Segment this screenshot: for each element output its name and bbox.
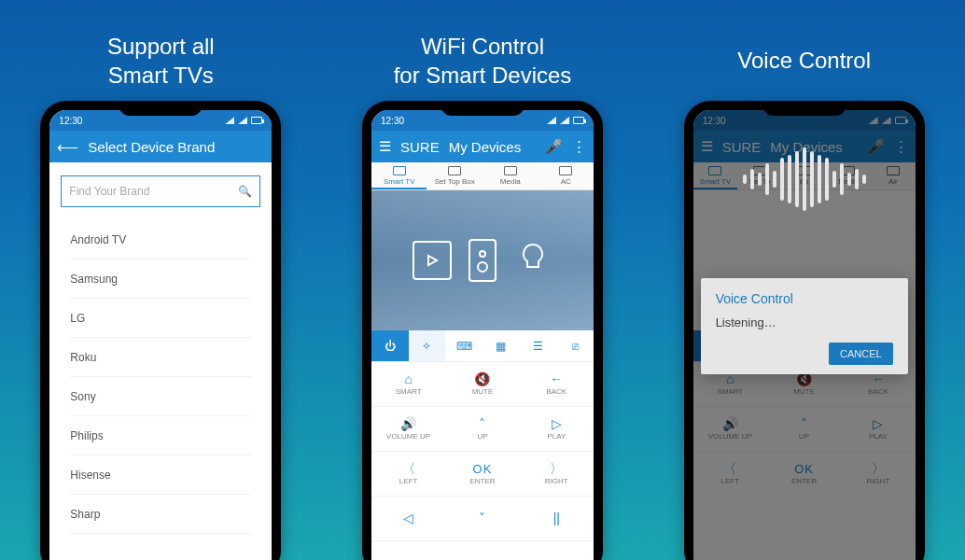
remote-label: VOLUME UP [386,432,430,441]
signal-icon [225,117,234,124]
remote-glyph: ▷ [552,417,562,430]
screen-1: 12:30 ⟵ Select Device Brand Find Your Br… [49,110,272,560]
cancel-button[interactable]: CANCEL [829,343,893,365]
grid-mode[interactable]: ▦ [482,330,520,361]
tab-smart-tv[interactable]: Smart TV [371,162,427,189]
svg-marker-0 [428,256,437,265]
notch [762,101,846,116]
remote-glyph: || [553,511,560,525]
remote-mute[interactable]: 🔇MUTE [445,362,519,407]
brand-item[interactable]: Roku [70,338,251,377]
promo-panel-2: WiFi Control for Smart Devices 12:30 ☰ S… [333,0,632,560]
brand-item[interactable]: Sony [70,377,251,416]
device-icon [448,166,461,175]
search-icon[interactable]: 🔍 [238,185,252,198]
remote-◁[interactable]: ◁ [371,497,445,541]
battery-icon [251,117,262,124]
notch [119,101,203,116]
notch [441,101,524,116]
remote-up[interactable]: ˄UP [445,407,519,452]
tab-label: Smart TV [384,177,415,186]
brand-item[interactable]: Samsung [70,259,251,299]
tab-label: AC [561,177,571,186]
phone-frame-3: 12:30 ☰ SURE My Devices 🎤 ⋮ Smart TVSet … [684,101,925,560]
brand-item[interactable]: Hisense [70,455,251,495]
mic-icon[interactable]: 🎤 [545,138,563,155]
mode-row: ⏻ ✧ ⌨ ▦ ☰ ⎚ [371,330,594,362]
device-icon [393,166,406,175]
remote-glyph: ← [550,372,563,385]
remote-volume-up[interactable]: 🔊VOLUME UP [371,407,445,452]
device-icon [559,166,572,175]
back-icon[interactable]: ⟵ [57,138,78,156]
remote-right[interactable]: 〉RIGHT [520,452,594,497]
dialog-body: Listening… [716,315,893,329]
status-icons [225,117,262,124]
tab-set-top-box[interactable]: Set Top Box [427,162,482,189]
remote-label: UP [477,432,487,441]
remote-glyph: ◁ [403,511,413,525]
remote-label: PLAY [547,432,566,441]
remote-play[interactable]: ▷PLAY [520,407,594,452]
app-name: SURE [400,139,440,155]
brand-item[interactable]: Sharp [70,495,251,534]
promo-title-2: WiFi Control for Smart Devices [394,28,572,93]
signal-icon [547,117,556,124]
brand-item[interactable]: Android TV [70,220,251,259]
device-icon [504,166,517,175]
promo-panel-3: Voice Control 12:30 ☰ SURE My Devices 🎤 … [655,0,954,560]
remote-smart[interactable]: ⌂SMART [371,362,445,407]
remote-glyph: ⌂ [404,372,412,385]
tab-media[interactable]: Media [482,162,538,189]
promo-title-1: Support all Smart TVs [107,28,215,93]
brand-item[interactable]: Philips [70,416,251,455]
search-placeholder: Find Your Brand [69,185,149,198]
hero-image [371,190,594,330]
more-icon[interactable]: ⋮ [572,138,586,155]
brand-list: Android TVSamsungLGRokuSonyPhilipsHisens… [49,220,272,534]
remote-glyph: 🔇 [474,372,490,385]
clock: 12:30 [59,116,82,126]
speaker-icon [469,239,496,282]
remote-glyph: 〉 [550,462,563,475]
menu-icon[interactable]: ☰ [379,138,391,155]
power-button[interactable]: ⏻ [371,330,409,361]
status-icons [547,117,584,124]
brand-item[interactable]: LG [70,299,251,338]
signal-icon [238,117,247,124]
svg-point-1 [480,251,485,257]
svg-point-2 [478,262,487,272]
screen-2: 12:30 ☰ SURE My Devices 🎤 ⋮ Smart TVSet … [371,110,594,560]
remote-label: LEFT [399,477,418,485]
keyboard-mode[interactable]: ⌨ [445,330,482,361]
remote-label: MUTE [472,387,494,396]
dialog-title: Voice Control [716,291,893,306]
phone-frame-2: 12:30 ☰ SURE My Devices 🎤 ⋮ Smart TVSet … [362,101,603,560]
remote-back[interactable]: ←BACK [520,362,594,407]
remote-grid: ⌂SMART🔇MUTE←BACK🔊VOLUME UP˄UP▷PLAY〈LEFTO… [371,362,594,541]
remote-glyph: ˄ [479,417,485,430]
cast-mode[interactable]: ⎚ [556,330,594,361]
app-bar: ☰ SURE My Devices 🎤 ⋮ [371,131,594,162]
promo-panel-1: Support all Smart TVs 12:30 ⟵ Select Dev… [11,0,310,560]
remote-glyph: ˅ [479,511,485,525]
remote-label: BACK [546,387,566,396]
remote-enter[interactable]: OKENTER [445,452,519,497]
screen-3: 12:30 ☰ SURE My Devices 🎤 ⋮ Smart TVSet … [693,110,916,560]
page-title: Select Device Brand [88,139,215,155]
remote-˅[interactable]: ˅ [445,497,519,541]
voice-dialog: Voice Control Listening… CANCEL [701,278,908,374]
remote-label: RIGHT [545,477,568,485]
dpad-mode[interactable]: ✧ [409,330,446,361]
phone-frame-1: 12:30 ⟵ Select Device Brand Find Your Br… [40,101,281,560]
search-input[interactable]: Find Your Brand 🔍 [61,175,260,207]
remote-left[interactable]: 〈LEFT [371,452,445,497]
remote-glyph: OK [473,463,493,475]
remote-label: ENTER [469,477,495,485]
tab-label: Set Top Box [435,177,475,186]
remote-||[interactable]: || [520,497,594,541]
tab-ac[interactable]: AC [538,162,594,189]
tv-icon [413,241,452,280]
list-mode[interactable]: ☰ [520,330,557,361]
signal-icon [560,117,569,124]
